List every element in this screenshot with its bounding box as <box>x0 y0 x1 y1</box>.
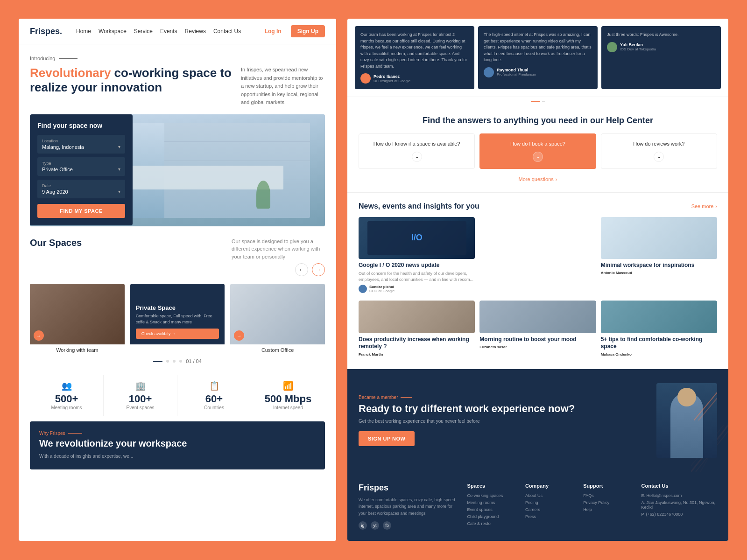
why-title: We revolutionize your workspace <box>39 438 316 449</box>
footer-link-cafe[interactable]: Cafe & resto <box>467 521 518 526</box>
news-card-title-1: Google I / O 2020 news update <box>359 262 475 269</box>
find-space-button[interactable]: FIND MY SPACE <box>37 204 125 218</box>
hero-visual: Find your space now Location Malang, Ind… <box>30 114 325 226</box>
location-field[interactable]: Location Malang, Indonesia <box>37 135 125 154</box>
cta-signup-button[interactable]: SIGN UP NOW <box>359 431 415 446</box>
next-arrow-button[interactable]: → <box>312 263 325 276</box>
more-questions-link[interactable]: More questions › <box>519 176 557 182</box>
dot-2 <box>166 360 169 363</box>
footer-spaces-title: Spaces <box>467 483 518 489</box>
footer-link-coworking[interactable]: Co-working spaces <box>467 493 518 498</box>
date-field[interactable]: Date 9 Aug 2020 <box>37 180 125 198</box>
faq-dropdown-3[interactable]: ⌄ <box>654 152 664 162</box>
nav-home[interactable]: Home <box>76 28 91 35</box>
nav-reviews[interactable]: Reviews <box>185 28 206 35</box>
stat-countries: 📋 60+ Countries <box>177 375 251 416</box>
stats-section: 👥 500+ Meeting rooms 🏢 100+ Event spaces… <box>19 375 336 416</box>
type-field[interactable]: Type Private Office <box>37 157 125 176</box>
navbar: Frispes. Home Workspace Service Events R… <box>19 19 336 44</box>
news-author-name-1: Sundar pichai <box>369 285 395 289</box>
news-grid-top: I/O Google I / O 2020 news update Out of… <box>359 217 717 296</box>
spaces-title: Our Spaces <box>30 238 82 248</box>
signup-button[interactable]: Sign Up <box>291 25 325 37</box>
dot-3 <box>173 360 176 363</box>
hero-section: Introducing Revolutionary co-working spa… <box>19 44 336 226</box>
footer-link-help[interactable]: Help <box>583 507 634 512</box>
news-card-author-5: Elizabeth sasar <box>479 345 596 349</box>
space-card-arrow-3[interactable]: → <box>234 330 244 341</box>
space-card-arrow-1[interactable]: → <box>34 330 44 341</box>
nav-service[interactable]: Service <box>134 28 153 35</box>
footer-link-faqs[interactable]: FAQs <box>583 493 634 498</box>
space-card-img-2: Private Space Comfortable space, Full sp… <box>130 284 225 344</box>
footer-link-child[interactable]: Child playground <box>467 514 518 519</box>
news-card-excerpt-1: Out of concern for the health and safety… <box>359 271 475 282</box>
stat-number-2: 100+ <box>129 393 152 405</box>
hero-title: Revolutionary co-working space to realiz… <box>30 66 233 95</box>
more-questions-text: More questions <box>519 176 554 182</box>
footer-contact: Contact Us E. Hello@frispes.com A. Jlan … <box>641 483 717 530</box>
spaces-section: Our Spaces Our space is designed to give… <box>19 226 336 376</box>
footer-link-event[interactable]: Event spaces <box>467 507 518 512</box>
hero-title-accent: Revolutionary <box>30 66 111 80</box>
testimonial-author-1: Pedro Ibanez UI Designer at Google <box>360 73 469 84</box>
space-card-name-1: Working with team <box>30 347 125 353</box>
news-author-name-3: Antonio Massoud <box>601 271 632 275</box>
author-info-3: Yuli Berilan iOS Dev at Tokopedia <box>620 42 656 51</box>
see-more-text: See more <box>691 203 714 209</box>
news-author-name-4: Franck Martin <box>359 352 383 357</box>
date-label: Date <box>42 183 120 188</box>
footer-link-privacy[interactable]: Privacy Policy <box>583 500 634 505</box>
stat-number-3: 60+ <box>205 393 223 405</box>
nav-events[interactable]: Events <box>160 28 177 35</box>
stat-icon-1: 👥 <box>62 381 72 391</box>
footer-link-press[interactable]: Press <box>525 514 576 519</box>
faq-dropdown-1[interactable]: ⌄ <box>412 152 422 162</box>
nav-workspace[interactable]: Workspace <box>99 28 127 35</box>
facebook-icon[interactable]: fb <box>383 521 391 530</box>
author-avatar-2 <box>484 67 494 77</box>
see-more-link[interactable]: See more › <box>691 203 717 209</box>
instagram-icon[interactable]: ig <box>359 521 367 530</box>
faq-dropdown-2[interactable]: ⌄ <box>533 152 543 162</box>
check-availability-button[interactable]: Check availibity → <box>136 329 219 339</box>
svg-line-5 <box>698 392 717 420</box>
footer-brand: Frispes We offer comfortable spaces, coz… <box>359 483 460 530</box>
cta-content: Became a member Ready to try different w… <box>359 395 575 446</box>
footer-phone: P. (+62) 82234670000 <box>641 512 717 517</box>
why-desc: With a decade of insights and expertise,… <box>39 453 316 460</box>
author-info-1: Pedro Ibanez UI Designer at Google <box>374 74 410 83</box>
left-panel: Frispes. Home Workspace Service Events R… <box>19 19 336 541</box>
hero-content: Revolutionary co-working space to realiz… <box>30 66 325 107</box>
footer-link-about[interactable]: About Us <box>525 493 576 498</box>
prev-arrow-button[interactable]: ← <box>295 263 308 276</box>
testimonial-text-2: The high-speed internet at Frispes was s… <box>484 32 592 63</box>
faq-card-1[interactable]: How do I know if a space is available? ⌄ <box>359 133 475 168</box>
login-button[interactable]: Log In <box>265 28 282 35</box>
stat-icon-2: 🏢 <box>135 381 146 391</box>
news-card-content-6: 5+ tips to find comfortable co-working s… <box>601 333 717 359</box>
faq-card-2[interactable]: How do I book a space? ⌄ <box>479 133 596 168</box>
faq-card-3[interactable]: How do reviews work? ⌄ <box>601 133 717 168</box>
dot-active <box>153 361 162 362</box>
hero-description: In frispes, we spearhead new initiatives… <box>241 66 325 107</box>
news-card-spacer <box>479 217 596 296</box>
footer-link-meeting[interactable]: Meeting rooms <box>467 500 518 505</box>
testimonial-author-2: Raymond Thual Professional Freelancer <box>484 67 592 77</box>
news-card-author-3: Antonio Massoud <box>601 271 717 275</box>
youtube-icon[interactable]: yt <box>371 521 379 530</box>
spaces-right: Our space is designed to give you a diff… <box>232 238 325 277</box>
space-card-2: Private Space Comfortable space, Full sp… <box>130 284 225 353</box>
stat-event-spaces: 🏢 100+ Event spaces <box>104 375 177 416</box>
footer-link-careers[interactable]: Careers <box>525 507 576 512</box>
footer-link-pricing[interactable]: Pricing <box>525 500 576 505</box>
nav-contact[interactable]: Contact Us <box>213 28 241 35</box>
news-card-content-4: Does productivity increase when working … <box>359 333 475 359</box>
space-card-1: → Working with team <box>30 284 125 353</box>
space-card-name-3: Custom Office <box>230 347 325 353</box>
footer-contact-title: Contact Us <box>641 483 717 489</box>
nav-arrows: ← → <box>295 263 325 276</box>
news-card-content-1: Google I / O 2020 news update Out of con… <box>359 259 475 296</box>
testimonial-author-3: Yuli Berilan iOS Dev at Tokopedia <box>607 42 715 52</box>
faq-question-3: How do reviews work? <box>633 141 684 147</box>
